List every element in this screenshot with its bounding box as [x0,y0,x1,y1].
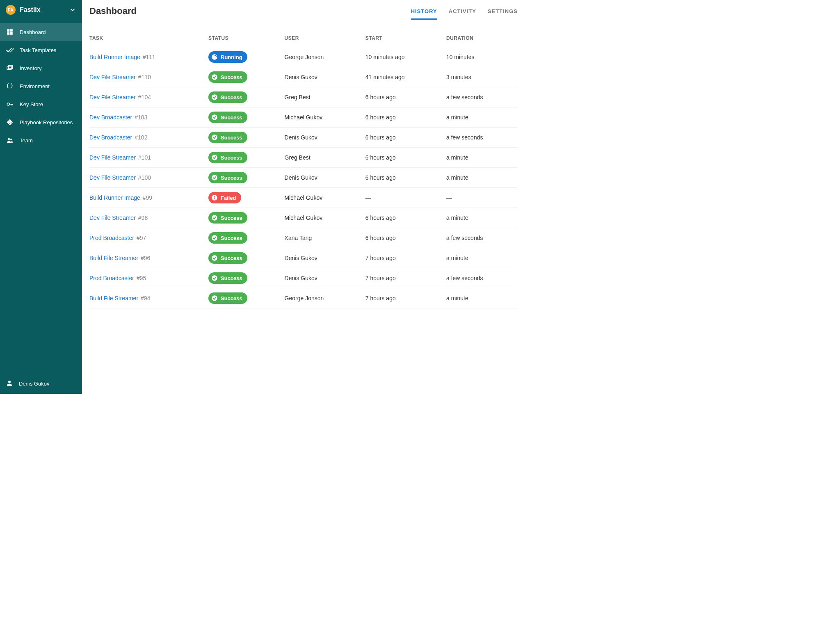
cell-start: 7 hours ago [365,268,446,288]
cell-task: Dev Broadcaster#102 [89,128,208,148]
sidebar-item-key-store[interactable]: Key Store [0,95,82,113]
cell-start: 7 hours ago [365,248,446,268]
current-user-name: Denis Gukov [19,381,49,387]
cell-duration: 10 minutes [446,47,518,67]
svg-point-29 [212,275,217,281]
sidebar-item-inventory[interactable]: Inventory [0,59,82,77]
column-header-status: STATUS [208,31,285,47]
status-chip-failed: Failed [208,192,241,203]
task-link[interactable]: Build Runner Image [89,54,140,60]
status-label: Running [221,54,242,60]
sidebar-item-label: Team [20,137,33,144]
task-link[interactable]: Dev File Streamer [89,174,136,181]
sidebar-item-environment[interactable]: Environment [0,77,82,95]
column-header-user: USER [285,31,365,47]
info-circle-icon [211,194,218,201]
svg-point-14 [10,139,12,140]
svg-rect-2 [10,32,13,35]
svg-point-26 [212,215,217,220]
cell-status: Success [208,168,285,188]
svg-point-15 [8,381,11,383]
cell-user: Greg Best [285,87,365,107]
sidebar-item-dashboard[interactable]: Dashboard [0,23,82,41]
sidebar-item-team[interactable]: Team [0,131,82,149]
cell-user: George Jonson [285,288,365,308]
tab-history[interactable]: HISTORY [411,6,437,20]
cell-status: Success [208,107,285,128]
task-link[interactable]: Dev File Streamer [89,74,136,80]
cell-duration: a minute [446,107,518,128]
cell-user: Denis Gukov [285,67,365,87]
tab-activity[interactable]: ACTIVITY [449,6,476,20]
sidebar-item-task-templates[interactable]: Task Templates [0,41,82,59]
task-id: #104 [138,94,151,100]
task-link[interactable]: Build File Streamer [89,255,138,261]
current-user[interactable]: Denis Gukov [0,374,82,394]
task-link[interactable]: Prod Broadcaster [89,275,134,281]
svg-point-11 [9,123,10,124]
project-switcher[interactable]: FA Fastlix [0,0,82,20]
task-id: #101 [138,154,151,161]
cell-duration: a minute [446,148,518,168]
task-link[interactable]: Build File Streamer [89,295,138,301]
cell-start: 6 hours ago [365,87,446,107]
dashboard-icon [6,28,14,36]
svg-point-19 [212,114,217,120]
cell-start: 7 hours ago [365,288,446,308]
svg-point-12 [11,122,11,123]
task-id: #96 [141,255,150,261]
task-id: #100 [138,174,151,181]
table-header-row: TASKSTATUSUSERSTARTDURATION [89,31,518,47]
task-link[interactable]: Dev File Streamer [89,94,136,100]
cell-status: Success [208,67,285,87]
task-id: #102 [135,134,147,141]
cell-status: Success [208,228,285,248]
chevron-down-icon [69,6,76,14]
task-id: #111 [143,54,155,60]
task-link[interactable]: Dev Broadcaster [89,134,132,141]
cell-task: Prod Broadcaster#97 [89,228,208,248]
status-chip-success: Success [208,91,247,103]
svg-point-27 [212,235,217,240]
status-label: Failed [221,195,236,201]
table-row: Build Runner Image#111RunningGeorge Jons… [89,47,518,67]
status-label: Success [221,275,242,281]
cell-task: Build File Streamer#96 [89,248,208,268]
check-circle-icon [211,134,218,141]
task-id: #103 [135,114,147,121]
task-id: #97 [137,235,146,241]
svg-point-30 [212,295,217,301]
status-label: Success [221,135,242,141]
cell-status: Running [208,47,285,67]
sidebar-item-playbook-repositories[interactable]: Playbook Repositories [0,113,82,131]
tab-settings[interactable]: SETTINGS [488,6,518,20]
task-link[interactable]: Dev File Streamer [89,215,136,221]
task-id: #99 [143,194,152,201]
page-title: Dashboard [89,6,137,16]
cell-task: Build File Streamer#94 [89,288,208,308]
table-row: Build File Streamer#94SuccessGeorge Jons… [89,288,518,308]
table-row: Prod Broadcaster#95SuccessDenis Gukov7 h… [89,268,518,288]
task-table-wrap: TASKSTATUSUSERSTARTDURATION Build Runner… [82,31,525,308]
cell-duration: a minute [446,288,518,308]
task-link[interactable]: Prod Broadcaster [89,235,134,241]
column-header-task: TASK [89,31,208,47]
cell-start: 6 hours ago [365,128,446,148]
table-row: Dev File Streamer#101SuccessGreg Best6 h… [89,148,518,168]
column-header-start: START [365,31,446,47]
table-row: Dev File Streamer#104SuccessGreg Best6 h… [89,87,518,107]
cell-task: Build Runner Image#99 [89,188,208,208]
task-link[interactable]: Dev Broadcaster [89,114,132,121]
table-body: Build Runner Image#111RunningGeorge Jons… [89,47,518,308]
cell-start: 41 minutes ago [365,67,446,87]
cell-start: 10 minutes ago [365,47,446,67]
monitors-icon [6,64,14,72]
svg-point-13 [8,138,10,140]
cell-user: Michael Gukov [285,208,365,228]
cell-start: 6 hours ago [365,208,446,228]
table-row: Dev Broadcaster#103SuccessMichael Gukov6… [89,107,518,128]
task-link[interactable]: Build Runner Image [89,194,140,201]
task-link[interactable]: Dev File Streamer [89,154,136,161]
main-content: Dashboard HISTORYACTIVITYSETTINGS TASKST… [82,0,525,394]
cell-start: 6 hours ago [365,107,446,128]
